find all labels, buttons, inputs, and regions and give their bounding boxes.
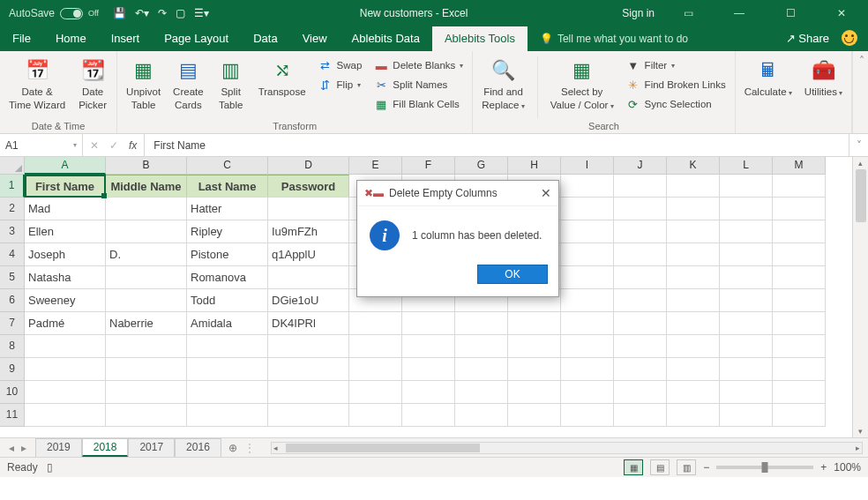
calculate-button[interactable]: 🖩 Calculate	[741, 55, 796, 113]
maximize-icon[interactable]: ☐	[773, 7, 808, 19]
sheet-tab[interactable]: 2016	[175, 438, 221, 457]
zoom-slider[interactable]	[716, 466, 813, 469]
cell[interactable]	[614, 198, 667, 220]
cell[interactable]	[561, 266, 614, 289]
sheet-nav-next-icon[interactable]: ▸	[21, 442, 26, 454]
redo-icon[interactable]: ↷	[158, 7, 167, 19]
tab-home[interactable]: Home	[43, 26, 99, 51]
cell[interactable]: Ellen	[25, 220, 106, 243]
cell[interactable]: q1ApplU	[268, 243, 349, 266]
formula-input[interactable]: First Name	[145, 134, 849, 156]
cell[interactable]	[349, 312, 402, 335]
cell[interactable]: Ripley	[187, 220, 268, 243]
date-time-wizard-button[interactable]: 📅 Date & Time Wizard	[5, 55, 69, 113]
cell[interactable]	[720, 289, 773, 312]
row-header[interactable]: 9	[0, 358, 25, 381]
cell[interactable]: DGie1oU	[268, 289, 349, 312]
cell[interactable]	[561, 243, 614, 266]
cell[interactable]	[187, 358, 268, 381]
select-by-value-color-button[interactable]: ▦ Select by Value / Color	[547, 55, 617, 113]
cell[interactable]	[455, 381, 508, 404]
cell[interactable]	[106, 381, 187, 404]
sheet-tab[interactable]: 2017	[128, 438, 175, 457]
unpivot-table-button[interactable]: ▦ Unpivot Table	[123, 55, 164, 113]
cell[interactable]	[561, 198, 614, 220]
cell[interactable]	[455, 404, 508, 427]
row-header[interactable]: 5	[0, 266, 25, 289]
cell[interactable]: Natasha	[25, 266, 106, 289]
cell[interactable]	[773, 266, 826, 289]
cell[interactable]	[773, 335, 826, 358]
cell[interactable]	[402, 312, 455, 335]
cell[interactable]	[561, 358, 614, 381]
cell[interactable]	[106, 404, 187, 427]
tab-ablebits-data[interactable]: Ablebits Data	[340, 26, 432, 51]
cell[interactable]	[720, 381, 773, 404]
row-header[interactable]: 1	[0, 175, 25, 198]
tab-data[interactable]: Data	[241, 26, 289, 51]
cell[interactable]	[667, 404, 720, 427]
cell[interactable]	[667, 175, 720, 198]
cell[interactable]	[720, 312, 773, 335]
cell[interactable]	[402, 404, 455, 427]
row-header[interactable]: 2	[0, 198, 25, 220]
zoom-out-button[interactable]: −	[703, 461, 709, 474]
split-names-button[interactable]: ✂Split Names	[370, 76, 467, 93]
select-all-corner[interactable]	[0, 157, 25, 175]
cell[interactable]	[561, 289, 614, 312]
zoom-thumb[interactable]	[762, 462, 768, 473]
cell[interactable]	[667, 335, 720, 358]
column-header[interactable]: A	[25, 157, 106, 175]
row-header[interactable]: 3	[0, 220, 25, 243]
cell[interactable]	[667, 220, 720, 243]
scroll-up-icon[interactable]: ▴	[858, 159, 863, 168]
cell[interactable]	[455, 312, 508, 335]
cell[interactable]: Password	[268, 175, 349, 198]
cell[interactable]	[720, 358, 773, 381]
cell[interactable]	[773, 220, 826, 243]
filter-button[interactable]: ▼Filter	[623, 56, 730, 74]
cell[interactable]	[402, 358, 455, 381]
cell[interactable]	[720, 404, 773, 427]
new-file-icon[interactable]: ▢	[176, 7, 185, 19]
cell[interactable]	[614, 175, 667, 198]
column-header[interactable]: L	[720, 157, 773, 175]
row-header[interactable]: 7	[0, 312, 25, 335]
cell[interactable]	[667, 358, 720, 381]
column-header[interactable]: C	[187, 157, 268, 175]
cell[interactable]	[614, 289, 667, 312]
cell[interactable]	[187, 335, 268, 358]
name-box[interactable]: A1	[0, 134, 83, 156]
cell[interactable]	[773, 243, 826, 266]
cell[interactable]	[773, 312, 826, 335]
cell[interactable]	[268, 198, 349, 220]
fill-blank-cells-button[interactable]: ▦Fill Blank Cells	[370, 95, 467, 113]
cell[interactable]: Naberrie	[106, 312, 187, 335]
cell[interactable]	[773, 358, 826, 381]
cell[interactable]	[773, 381, 826, 404]
cell[interactable]	[667, 312, 720, 335]
cell[interactable]	[667, 198, 720, 220]
hscroll-thumb[interactable]	[286, 444, 480, 452]
cell[interactable]	[561, 335, 614, 358]
column-header[interactable]: I	[561, 157, 614, 175]
cell[interactable]	[720, 335, 773, 358]
sync-selection-button[interactable]: ⟳Sync Selection	[623, 95, 730, 113]
sheet-tab[interactable]: 2018	[82, 438, 129, 457]
add-sheet-button[interactable]: ⊕	[221, 440, 244, 456]
feedback-smiley-icon[interactable]	[842, 30, 857, 46]
cell[interactable]: Todd	[187, 289, 268, 312]
row-header[interactable]: 4	[0, 243, 25, 266]
column-header[interactable]: J	[614, 157, 667, 175]
cell[interactable]	[402, 335, 455, 358]
cell[interactable]: Last Name	[187, 175, 268, 198]
tab-file[interactable]: File	[0, 26, 43, 51]
cell[interactable]	[508, 404, 561, 427]
zoom-level[interactable]: 100%	[834, 461, 861, 474]
split-table-button[interactable]: ▥ Split Table	[213, 55, 250, 113]
cell[interactable]	[614, 266, 667, 289]
cell[interactable]	[773, 289, 826, 312]
cell[interactable]	[773, 404, 826, 427]
cell[interactable]: Sweeney	[25, 289, 106, 312]
cell[interactable]: Romanova	[187, 266, 268, 289]
